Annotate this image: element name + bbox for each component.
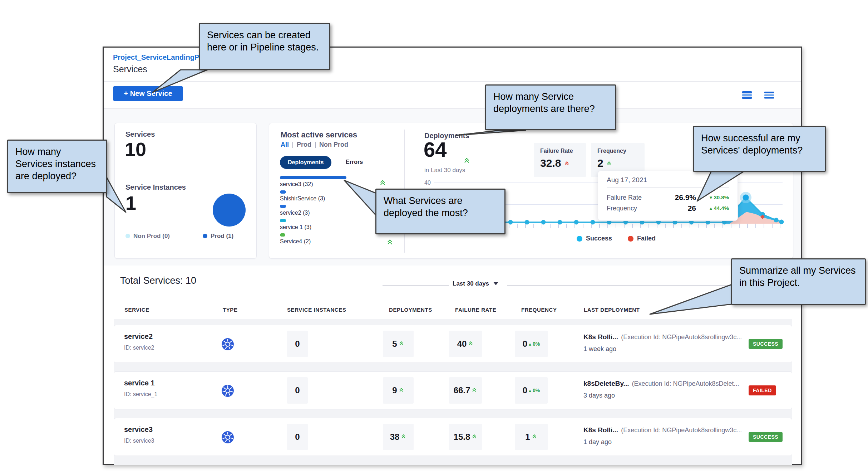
status-badge: SUCCESS xyxy=(749,432,783,442)
frequency-cell: 1 xyxy=(515,424,548,450)
failed-dot-icon xyxy=(628,236,633,242)
breadcrumb[interactable]: Project_ServiceLandingPag xyxy=(113,53,208,62)
services-summary-card: Services 10 Service Instances 1 Non Prod… xyxy=(114,123,257,259)
divider xyxy=(114,299,791,299)
new-service-button[interactable]: + New Service xyxy=(113,86,183,101)
deployments-period: in Last 30 days xyxy=(424,167,465,174)
trend-up-icon xyxy=(380,180,386,186)
failure-rate-cell: 66.7 xyxy=(449,377,482,404)
chart-tooltip: Aug 17, 2021 Failure Rate 26.9% ▾ 30.8% … xyxy=(598,171,738,221)
page-title: Services xyxy=(113,64,147,74)
trend-up-icon xyxy=(472,388,477,393)
service-instances-value: 1 xyxy=(125,192,136,214)
separator xyxy=(315,142,316,148)
filter-prod[interactable]: Prod xyxy=(297,141,311,149)
tooltip-date: Aug 17, 2021 xyxy=(607,176,729,184)
deployments-value: 64 xyxy=(424,137,447,161)
status-badge: SUCCESS xyxy=(749,339,783,349)
total-services-label: Total Services: 10 xyxy=(120,275,196,286)
col-failure-rate: FAILURE RATE xyxy=(455,307,496,313)
separator xyxy=(292,142,293,148)
deployments-cell: 9 xyxy=(383,377,414,404)
divider xyxy=(607,188,729,188)
instances-cell: 0 xyxy=(287,424,308,450)
col-deployments: DEPLOYMENTS xyxy=(389,307,432,313)
caret-down-icon xyxy=(493,282,498,285)
prod-instances-bubble xyxy=(213,194,246,227)
deployments-cell: 38 xyxy=(383,424,414,450)
delta-up: ▴ 44.4% xyxy=(696,205,729,211)
chart-legend: Success Failed xyxy=(577,235,656,242)
col-last-deployment: LAST DEPLOYMENT xyxy=(584,307,640,313)
callout-instances-deployed: How many Services instances are deployed… xyxy=(7,140,107,193)
legend-nonprod: Non Prod (0) xyxy=(125,233,170,240)
failure-rate-stat: Failure Rate 32.8 xyxy=(534,143,586,177)
callout-deployment-success: How successful are my Services' deployme… xyxy=(693,126,826,172)
kubernetes-icon xyxy=(221,431,234,445)
table-row[interactable]: service3 ID: service3 0 38 15.8 1 K8s Ro… xyxy=(114,418,792,456)
most-active-title: Most active services xyxy=(281,130,357,140)
services-count-label: Services xyxy=(125,130,155,138)
table-row[interactable]: service 1 ID: service_1 0 9 66.7 0▴ 0% k… xyxy=(114,371,792,409)
trend-up-icon xyxy=(387,240,393,245)
card-view-icon[interactable] xyxy=(742,91,753,100)
failure-rate-cell: 40 xyxy=(449,331,482,357)
service-instances-label: Service Instances xyxy=(125,183,186,191)
list-view-icon[interactable] xyxy=(764,91,775,100)
kubernetes-icon xyxy=(221,384,234,399)
bar-row: Service4 (2) xyxy=(280,233,401,248)
view-toggle-group xyxy=(742,91,775,100)
col-frequency: FREQUENCY xyxy=(521,307,557,313)
prod-dot-icon xyxy=(203,234,207,238)
trend-up-icon xyxy=(401,435,406,439)
nonprod-dot-icon xyxy=(125,234,130,238)
services-window: Project_ServiceLandingPag Services + New… xyxy=(103,47,802,465)
trend-up-icon xyxy=(607,162,612,166)
filter-all[interactable]: All xyxy=(281,141,289,149)
callout-summarize-services: Summarize all my Services in this Projec… xyxy=(731,258,866,305)
bar xyxy=(280,219,286,222)
filter-nonprod[interactable]: Non Prod xyxy=(319,141,348,149)
bar xyxy=(280,176,346,179)
trend-up-icon xyxy=(464,158,470,164)
trend-up-icon xyxy=(472,435,477,439)
instances-cell: 0 xyxy=(287,331,308,357)
frequency-cell: 0▴ 0% xyxy=(515,377,548,404)
env-filter: All Prod Non Prod xyxy=(281,141,348,149)
instances-cell: 0 xyxy=(287,377,308,404)
legend-prod: Prod (1) xyxy=(203,233,233,240)
failure-rate-cell: 15.8 xyxy=(449,424,482,450)
callout-create-services: Services can be created here or in Pipel… xyxy=(199,23,330,70)
callout-deployment-count: How many Service deployments are there? xyxy=(485,84,616,130)
success-dot-icon xyxy=(577,236,582,242)
divider xyxy=(104,81,801,82)
trend-up-icon xyxy=(399,388,404,393)
trend-up-icon xyxy=(399,342,404,346)
divider xyxy=(383,285,449,286)
col-service-instances: SERVICE INSTANCES xyxy=(287,307,346,313)
toggle-errors[interactable]: Errors xyxy=(344,159,365,166)
bar xyxy=(280,233,285,237)
deployments-cell: 5 xyxy=(383,331,414,357)
callout-most-deployed: What Services are deployed the most? xyxy=(375,189,505,234)
col-type: TYPE xyxy=(223,307,238,313)
toggle-deployments[interactable]: Deployments xyxy=(280,156,331,169)
table-row[interactable]: service2 ID: service2 0 5 40 0▴ 0% K8s R… xyxy=(114,325,792,363)
col-service: SERVICE xyxy=(124,307,149,313)
trend-up-icon xyxy=(532,435,537,439)
time-range-dropdown[interactable]: Last 30 days xyxy=(453,280,498,287)
frequency-cell: 0▴ 0% xyxy=(515,331,548,357)
trend-up-icon xyxy=(469,342,473,346)
status-badge: FAILED xyxy=(749,385,776,395)
delta-down: ▾ 30.8% xyxy=(696,194,729,201)
kubernetes-icon xyxy=(221,338,234,352)
trend-up-red-icon xyxy=(564,162,569,166)
services-count-value: 10 xyxy=(125,138,146,160)
bar xyxy=(280,190,286,194)
bar xyxy=(280,205,286,208)
